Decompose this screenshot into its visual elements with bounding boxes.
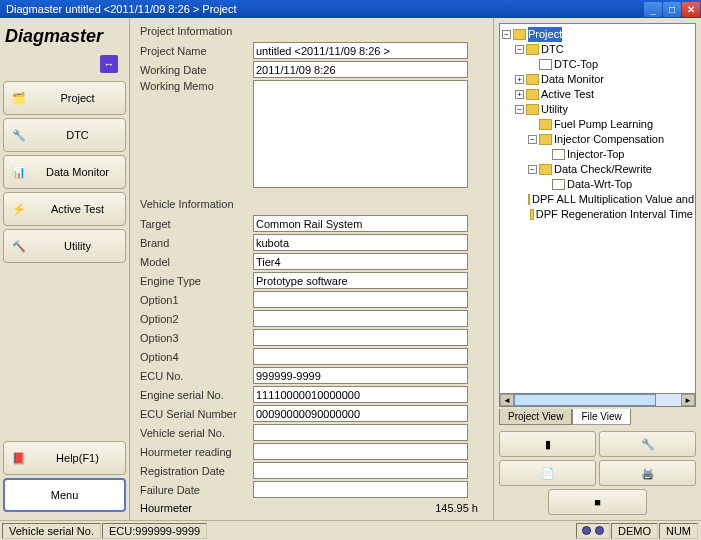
tab-project-view[interactable]: Project View [499, 409, 572, 425]
registration-date-label: Registration Date [140, 465, 253, 477]
help-icon: 📕 [10, 449, 28, 467]
utility-icon: 🔨 [10, 237, 28, 255]
print-icon: 🖨️ [641, 467, 655, 480]
engine-serial-input[interactable] [253, 386, 468, 403]
menu-button[interactable]: Menu [3, 478, 126, 512]
tree-fuel-pump[interactable]: Fuel Pump Learning [502, 117, 693, 132]
wrench-icon: 🔧 [641, 438, 655, 451]
ecu-serial-label: ECU Serial Number [140, 408, 253, 420]
option2-input[interactable] [253, 310, 468, 327]
tree-utility[interactable]: −Utility [502, 102, 693, 117]
tree-dpf-all[interactable]: DPF ALL Multiplication Value and [502, 192, 693, 207]
tree-horizontal-scrollbar[interactable]: ◄ ► [499, 393, 696, 407]
scroll-left-icon[interactable]: ◄ [500, 394, 514, 406]
tree-active-test[interactable]: +Active Test [502, 87, 693, 102]
project-label: Project [36, 92, 119, 104]
hourmeter-reading-input[interactable] [253, 443, 468, 460]
scroll-thumb[interactable] [514, 394, 656, 406]
main-panel: Project Information Project Name Working… [130, 18, 493, 520]
document-icon: ▮ [545, 438, 551, 451]
data-monitor-button[interactable]: 📊 Data Monitor [3, 155, 126, 189]
titlebar: Diagmaster untitled <2011/11/09 8:26 > P… [0, 0, 701, 18]
vehicle-serial-label: Vehicle serial No. [140, 427, 253, 439]
option3-input[interactable] [253, 329, 468, 346]
engine-type-input[interactable] [253, 272, 468, 289]
data-monitor-icon: 📊 [10, 163, 28, 181]
model-input[interactable] [253, 253, 468, 270]
project-tree[interactable]: −Project −DTC DTC-Top +Data Monitor +Act… [499, 23, 696, 394]
csv-icon: 📄 [541, 467, 555, 480]
tool-button-3[interactable]: 📄 [499, 460, 596, 486]
option1-label: Option1 [140, 294, 253, 306]
brand-input[interactable] [253, 234, 468, 251]
vehicle-serial-input[interactable] [253, 424, 468, 441]
stop-icon: ■ [594, 496, 601, 508]
tab-file-view[interactable]: File View [572, 409, 630, 425]
tree-project[interactable]: −Project [502, 27, 693, 42]
model-label: Model [140, 256, 253, 268]
tree-dtc[interactable]: −DTC [502, 42, 693, 57]
maximize-button[interactable]: □ [663, 2, 681, 17]
working-memo-label: Working Memo [140, 80, 253, 92]
tool-button-2[interactable]: 🔧 [599, 431, 696, 457]
option4-input[interactable] [253, 348, 468, 365]
option1-input[interactable] [253, 291, 468, 308]
ecu-no-input[interactable] [253, 367, 468, 384]
project-name-label: Project Name [140, 45, 253, 57]
window-title: Diagmaster untitled <2011/11/09 8:26 > P… [6, 3, 643, 15]
tree-dpf-regen[interactable]: DPF Regeneration Interval Time [502, 207, 693, 222]
dtc-button[interactable]: 🔧 DTC [3, 118, 126, 152]
registration-date-input[interactable] [253, 462, 468, 479]
status-demo: DEMO [611, 523, 658, 539]
target-input[interactable] [253, 215, 468, 232]
working-memo-textarea[interactable] [253, 80, 468, 188]
right-pane: −Project −DTC DTC-Top +Data Monitor +Act… [493, 18, 701, 520]
ecu-serial-input[interactable] [253, 405, 468, 422]
active-test-button[interactable]: ⚡ Active Test [3, 192, 126, 226]
sidebar: Diagmaster ↔ 🗂️ Project 🔧 DTC 📊 Data Mon… [0, 18, 130, 520]
failure-date-input[interactable] [253, 481, 468, 498]
project-name-input[interactable] [253, 42, 468, 59]
tree-data-check[interactable]: −Data Check/Rewrite [502, 162, 693, 177]
status-vehicle-serial: Vehicle serial No. [2, 523, 101, 539]
scroll-right-icon[interactable]: ► [681, 394, 695, 406]
close-button[interactable]: ✕ [682, 2, 700, 17]
tree-injector-top[interactable]: Injector-Top [502, 147, 693, 162]
status-indicators [576, 523, 610, 539]
help-button[interactable]: 📕 Help(F1) [3, 441, 126, 475]
engine-type-label: Engine Type [140, 275, 253, 287]
vehicle-info-heading: Vehicle Information [140, 198, 483, 210]
brand-label: Brand [140, 237, 253, 249]
dtc-icon: 🔧 [10, 126, 28, 144]
dtc-label: DTC [36, 129, 119, 141]
active-test-icon: ⚡ [10, 200, 28, 218]
tool-button-1[interactable]: ▮ [499, 431, 596, 457]
working-date-input[interactable] [253, 61, 468, 78]
ecu-no-label: ECU No. [140, 370, 253, 382]
tool-button-4[interactable]: 🖨️ [599, 460, 696, 486]
active-test-label: Active Test [36, 203, 119, 215]
project-icon: 🗂️ [10, 89, 28, 107]
utility-button[interactable]: 🔨 Utility [3, 229, 126, 263]
hourmeter-reading-label: Hourmeter reading [140, 446, 253, 458]
option2-label: Option2 [140, 313, 253, 325]
hourmeter-value: 145.95 h [435, 502, 478, 514]
hourmeter-label: Hourmeter [140, 502, 192, 514]
status-dot-icon [582, 526, 591, 535]
data-monitor-label: Data Monitor [36, 166, 119, 178]
tree-dtc-top[interactable]: DTC-Top [502, 57, 693, 72]
help-label: Help(F1) [36, 452, 119, 464]
target-label: Target [140, 218, 253, 230]
tree-data-wrt-top[interactable]: Data-Wrt-Top [502, 177, 693, 192]
option3-label: Option3 [140, 332, 253, 344]
app-title: Diagmaster [3, 23, 126, 55]
scroll-track[interactable] [514, 394, 681, 406]
tool-button-5[interactable]: ■ [548, 489, 647, 515]
working-date-label: Working Date [140, 64, 253, 76]
tree-data-monitor[interactable]: +Data Monitor [502, 72, 693, 87]
status-ecu: ECU:999999-9999 [102, 523, 207, 539]
tree-injector-comp[interactable]: −Injector Compensation [502, 132, 693, 147]
project-button[interactable]: 🗂️ Project [3, 81, 126, 115]
utility-label: Utility [36, 240, 119, 252]
minimize-button[interactable]: _ [644, 2, 662, 17]
